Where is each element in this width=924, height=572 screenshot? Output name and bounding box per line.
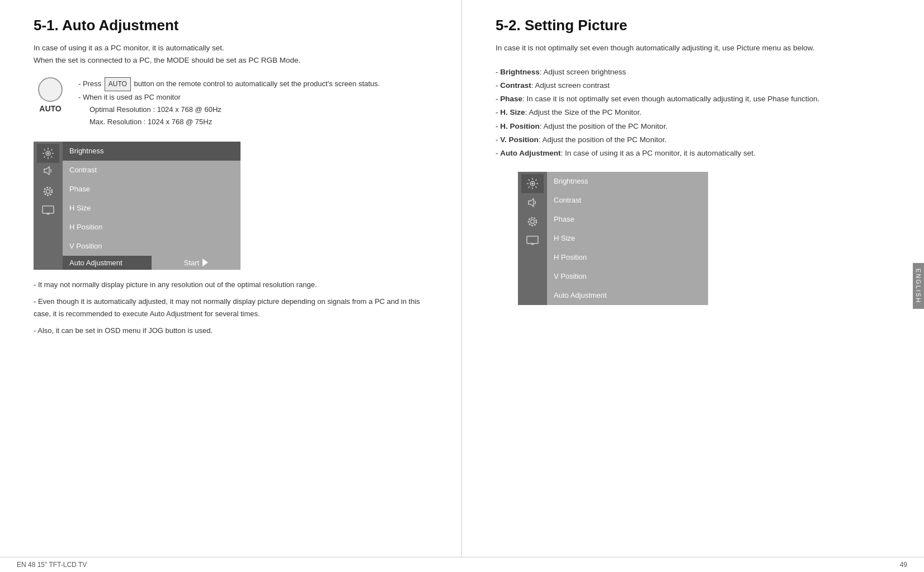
footer-right: 49 (900, 561, 907, 569)
left-intro-line1: In case of using it as a PC monitor, it … (34, 42, 433, 54)
when-text: - When it is used as PC monitor (78, 91, 380, 104)
page-container: 5-1. Auto Adjustment In case of using it… (0, 0, 924, 572)
osd-item-hsize[interactable]: H Size (63, 199, 241, 218)
gear-icon (42, 185, 54, 198)
osd-item-brightness[interactable]: Brightness (63, 142, 241, 161)
press-text: - Press (78, 79, 101, 88)
svg-marker-10 (44, 167, 49, 175)
left-column: 5-1. Auto Adjustment In case of using it… (0, 0, 462, 572)
footer: EN 48 15" TFT-LCD TV 49 (0, 557, 924, 572)
optimal-text: Optimal Resolution : 1024 x 768 @ 60Hz (78, 104, 380, 116)
feature-brightness: - Brightness: Adjust screen brightness (496, 65, 896, 79)
footer-left: EN 48 15" TFT-LCD TV (17, 561, 87, 569)
osd-right-item-contrast[interactable]: Contrast (547, 191, 708, 210)
osd-right-item-auto[interactable]: Auto Adjustment (547, 286, 708, 305)
osd-right-icon-monitor (521, 231, 544, 250)
osd-bottom-bar: Auto Adjustment Start (34, 256, 241, 270)
svg-line-25 (529, 186, 530, 187)
svg-line-23 (535, 186, 536, 187)
right-intro: In case it is not optimally set even tho… (496, 42, 896, 54)
svg-point-28 (529, 218, 536, 226)
osd-item-hposition[interactable]: H Position (63, 218, 241, 237)
right-column: 5-2. Setting Picture In case it is not o… (462, 0, 924, 572)
arrow-right-icon (202, 259, 208, 266)
svg-point-11 (46, 189, 50, 193)
volume-icon (42, 165, 54, 180)
osd-icon-monitor (37, 201, 59, 220)
feature-list: - Brightness: Adjust screen brightness -… (496, 65, 896, 161)
feature-auto: - Auto Adjustment: In case of using it a… (496, 147, 896, 160)
press-line: - Press AUTO button on the remote contro… (78, 77, 380, 91)
osd-icons-col (34, 142, 63, 256)
osd-right-item-hsize[interactable]: H Size (547, 229, 708, 248)
svg-rect-29 (527, 236, 538, 243)
svg-line-22 (529, 179, 530, 180)
osd-right-icon-brightness (521, 174, 544, 193)
auto-icon-area: AUTO (34, 77, 67, 113)
osd-item-vposition[interactable]: V Position (63, 237, 241, 256)
osd-right-item-phase[interactable]: Phase (547, 210, 708, 229)
sun-icon (42, 147, 54, 160)
feature-vposition: - V. Position: Adjust the position of th… (496, 133, 896, 147)
auto-circle-icon (38, 77, 63, 102)
press-rest: button on the remote control to automati… (134, 79, 380, 88)
svg-line-9 (44, 156, 45, 157)
max-text: Max. Resolution : 1024 x 768 @ 75Hz (78, 116, 380, 128)
svg-line-7 (51, 156, 52, 157)
osd-menu-left: Brightness Contrast Phase H Size H Posit… (34, 142, 241, 270)
right-title: 5-2. Setting Picture (496, 17, 896, 34)
osd-items-col: Brightness Contrast Phase H Size H Posit… (63, 142, 241, 256)
osd-right-icons-col (518, 172, 547, 305)
svg-line-8 (51, 149, 52, 150)
osd-right-item-vposition[interactable]: V Position (547, 267, 708, 286)
svg-line-6 (44, 149, 45, 150)
notes-section: - It may not normally display picture in… (34, 279, 433, 337)
note-2: - Even though it is automatically adjust… (34, 296, 433, 320)
osd-right-items-col: Brightness Contrast Phase H Size H Posit… (547, 172, 708, 305)
svg-point-1 (47, 152, 49, 154)
osd-icon-brightness (37, 144, 59, 163)
osd-right-item-brightness[interactable]: Brightness (547, 172, 708, 191)
left-intro: In case of using it as a PC monitor, it … (34, 42, 433, 66)
osd-start-button[interactable]: Start (152, 256, 241, 270)
osd-start-label: Start (184, 259, 199, 267)
svg-rect-13 (43, 206, 54, 213)
feature-phase: - Phase: In case it is not optimally set… (496, 92, 896, 106)
svg-marker-26 (529, 199, 534, 207)
left-title: 5-1. Auto Adjustment (34, 17, 433, 34)
auto-button: AUTO (105, 77, 131, 91)
feature-contrast: - Contrast: Adjust screen contrast (496, 79, 896, 92)
feature-hsize: - H. Size: Adjust the Size of the PC Mon… (496, 106, 896, 119)
osd-menu-rows: Brightness Contrast Phase H Size H Posit… (34, 142, 241, 256)
english-tab: ENGLISH (913, 263, 924, 309)
auto-text: - Press AUTO button on the remote contro… (78, 77, 380, 128)
auto-section: AUTO - Press AUTO button on the remote c… (34, 77, 433, 128)
osd-menu-right: Brightness Contrast Phase H Size H Posit… (518, 172, 708, 305)
osd-right-icon-volume (521, 193, 544, 212)
osd-right-item-hposition[interactable]: H Position (547, 248, 708, 267)
osd-icon-gear (37, 182, 59, 201)
left-intro-line2: When the set is connected to a PC, the M… (34, 54, 433, 67)
osd-item-contrast[interactable]: Contrast (63, 161, 241, 180)
osd-auto-adjustment[interactable]: Auto Adjustment (63, 256, 152, 270)
monitor-icon (42, 205, 54, 215)
svg-line-24 (535, 179, 536, 180)
osd-icon-volume (37, 163, 59, 182)
note-1: - It may not normally display picture in… (34, 279, 433, 291)
auto-label: AUTO (39, 104, 61, 113)
feature-hposition: - H. Position: Adjust the position of th… (496, 120, 896, 133)
osd-right-rows: Brightness Contrast Phase H Size H Posit… (518, 172, 708, 305)
svg-point-27 (531, 219, 535, 223)
note-3: - Also, it can be set in OSD menu if JOG… (34, 325, 433, 337)
osd-item-phase[interactable]: Phase (63, 180, 241, 199)
right-intro-line1: In case it is not optimally set even tho… (496, 42, 896, 54)
svg-point-17 (531, 182, 534, 185)
svg-point-12 (44, 187, 52, 195)
osd-right-icon-gear (521, 212, 544, 231)
